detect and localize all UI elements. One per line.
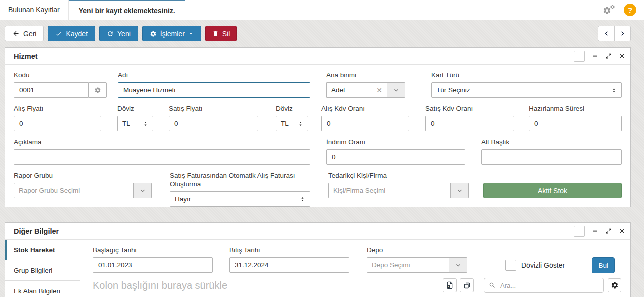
depo-label: Depo bbox=[367, 246, 468, 254]
ana-birimi-combobox[interactable]: Adet ✕ bbox=[326, 82, 387, 98]
close-icon[interactable] bbox=[619, 228, 626, 234]
collapse-icon[interactable] bbox=[592, 228, 598, 234]
adi-input[interactable] bbox=[118, 82, 310, 98]
tab-ek-alan-bilgileri-label: Ek Alan Bilgileri bbox=[14, 288, 60, 295]
grid-settings-button[interactable] bbox=[608, 278, 622, 292]
alis-kdv-label: Alış Kdv Oranı bbox=[322, 104, 410, 113]
panel-select-checkbox[interactable] bbox=[574, 226, 585, 237]
diger-bilgiler-tools bbox=[567, 226, 626, 237]
back-button[interactable]: Geri bbox=[5, 26, 44, 42]
dovizli-goster-label: Dövizli Göster bbox=[522, 262, 565, 270]
grid-search-input[interactable] bbox=[500, 282, 599, 290]
kart-turu-value: Tür Seçiniz bbox=[436, 86, 470, 94]
tab-new-record[interactable]: Yeni bir kayıt eklemektesiniz. bbox=[69, 0, 186, 20]
hazirlanma-suresi-input[interactable] bbox=[529, 116, 622, 132]
depo-combobox[interactable]: Depo Seçimi bbox=[367, 258, 449, 273]
column-drag-hint: Kolon başlığını buraya sürükle bbox=[93, 280, 228, 292]
grid-tools-row: Kolon başlığını buraya sürükle bbox=[93, 278, 622, 294]
collapse-icon[interactable] bbox=[592, 53, 598, 60]
aktif-stok-button[interactable]: Aktif Stok bbox=[484, 183, 622, 198]
updown-arrows-icon bbox=[143, 120, 148, 128]
rapor-grubu-placeholder: Rapor Grubu Seçimi bbox=[19, 187, 80, 194]
tab-ek-alan-bilgileri[interactable]: Ek Alan Bilgileri bbox=[6, 281, 80, 297]
expand-icon[interactable] bbox=[606, 228, 612, 234]
expand-icon[interactable] bbox=[606, 53, 612, 60]
side-tabs: Stok Hareket Grup Bilgileri Ek Alan Bilg… bbox=[6, 240, 80, 297]
doviz-satis-label: Döviz bbox=[276, 104, 308, 113]
baslangic-tarihi-input[interactable] bbox=[93, 258, 213, 273]
alis-fiyati-label: Alış Fiyatı bbox=[14, 104, 102, 113]
excel-file-icon bbox=[446, 282, 454, 290]
new-button[interactable]: Yeni bbox=[100, 26, 138, 42]
adi-label: Adı bbox=[118, 71, 310, 80]
kodu-gear-button[interactable] bbox=[88, 82, 107, 98]
bitis-tarihi-input[interactable] bbox=[230, 258, 350, 273]
gear-icon bbox=[150, 30, 157, 38]
rapor-grubu-combobox[interactable]: Rapor Grubu Seçimi bbox=[14, 183, 134, 198]
doviz-alis-label: Döviz bbox=[118, 104, 154, 113]
alt-baslik-input[interactable] bbox=[482, 150, 622, 165]
dovizli-goster-checkbox[interactable] bbox=[506, 260, 516, 271]
doviz-satis-select[interactable]: TL bbox=[276, 116, 308, 132]
diger-bilgiler-title: Diğer Bilgiler bbox=[14, 228, 59, 236]
app-screen: Bulunan Kayıtlar Yeni bir kayıt eklemekt… bbox=[0, 0, 644, 297]
delete-button[interactable]: Sil bbox=[206, 26, 238, 42]
operations-button-label: İşlemler bbox=[160, 30, 185, 38]
kodu-input[interactable] bbox=[14, 82, 88, 98]
tedarikci-dropdown-button[interactable] bbox=[450, 183, 469, 198]
aciklama-input[interactable] bbox=[14, 150, 310, 165]
chevron-right-icon bbox=[618, 30, 627, 38]
indirim-orani-input[interactable] bbox=[326, 150, 466, 165]
copy-icon bbox=[464, 282, 471, 290]
gear-icon bbox=[611, 282, 619, 290]
save-button[interactable]: Kaydet bbox=[48, 26, 96, 42]
hizmet-panel-tools bbox=[567, 51, 626, 62]
kart-turu-select[interactable]: Tür Seçiniz bbox=[432, 82, 622, 98]
help-button[interactable]: ? bbox=[624, 4, 636, 16]
doviz-alis-select[interactable]: TL bbox=[118, 116, 154, 132]
copy-button[interactable] bbox=[460, 278, 474, 292]
ana-birimi-dropdown-button[interactable] bbox=[387, 82, 406, 98]
satis-fiyati-input[interactable] bbox=[169, 116, 258, 132]
updown-arrows-icon bbox=[300, 196, 306, 203]
hizmet-panel: Hizmet Kodu bbox=[5, 48, 631, 208]
diger-bilgiler-panel: Diğer Bilgiler Stok Hareket Grup Bilgile… bbox=[5, 222, 631, 297]
aktif-stok-label: Aktif Stok bbox=[538, 187, 568, 195]
alis-fiyati-input[interactable] bbox=[14, 116, 102, 132]
chevron-left-icon bbox=[602, 30, 611, 38]
settings-gears-icon[interactable] bbox=[603, 4, 616, 16]
tab-found-records[interactable]: Bulunan Kayıtlar bbox=[0, 0, 69, 20]
next-record-button[interactable] bbox=[614, 26, 631, 42]
export-excel-button[interactable] bbox=[443, 278, 457, 292]
alis-kdv-input[interactable] bbox=[322, 116, 410, 132]
tab-grup-bilgileri-label: Grup Bilgileri bbox=[14, 267, 52, 274]
tab-stok-hareket[interactable]: Stok Hareket bbox=[6, 240, 80, 260]
updown-arrows-icon bbox=[298, 120, 304, 128]
find-button[interactable]: Bul bbox=[592, 258, 615, 274]
close-icon[interactable] bbox=[619, 53, 626, 60]
back-button-label: Geri bbox=[24, 30, 36, 38]
satis-kdv-input[interactable] bbox=[426, 116, 514, 132]
doviz-alis-value: TL bbox=[122, 120, 130, 128]
stok-hareket-content: Başlagıç Tarihi Bitiş Tarihi Depo Depo S… bbox=[80, 240, 630, 297]
tedarikci-combobox[interactable]: Kişi/Firma Seçimi bbox=[328, 183, 450, 198]
grid-search-box bbox=[484, 278, 604, 293]
trash-icon bbox=[212, 30, 219, 37]
depo-dropdown-button[interactable] bbox=[449, 258, 468, 273]
record-toolbar: Geri Kaydet Yeni İşlemler Sil bbox=[5, 26, 631, 42]
doviz-satis-value: TL bbox=[281, 120, 289, 128]
operations-button[interactable]: İşlemler bbox=[142, 26, 202, 42]
diger-bilgiler-body: Stok Hareket Grup Bilgileri Ek Alan Bilg… bbox=[6, 240, 630, 297]
panel-select-checkbox[interactable] bbox=[574, 51, 585, 62]
tab-grup-bilgileri[interactable]: Grup Bilgileri bbox=[6, 260, 80, 281]
indirim-orani-label: İndirim Oranı bbox=[326, 138, 466, 146]
hazirlanma-suresi-label: Hazırlanma Süresi bbox=[529, 104, 622, 113]
rapor-grubu-dropdown-button[interactable] bbox=[134, 183, 152, 198]
kodu-label: Kodu bbox=[14, 71, 107, 80]
delete-button-label: Sil bbox=[222, 30, 230, 38]
otomatik-fatura-select[interactable]: Hayır bbox=[170, 192, 310, 207]
clear-icon[interactable]: ✕ bbox=[376, 87, 382, 94]
save-button-label: Kaydet bbox=[66, 30, 88, 38]
hizmet-panel-title: Hizmet bbox=[14, 52, 38, 60]
previous-record-button[interactable] bbox=[598, 26, 614, 42]
